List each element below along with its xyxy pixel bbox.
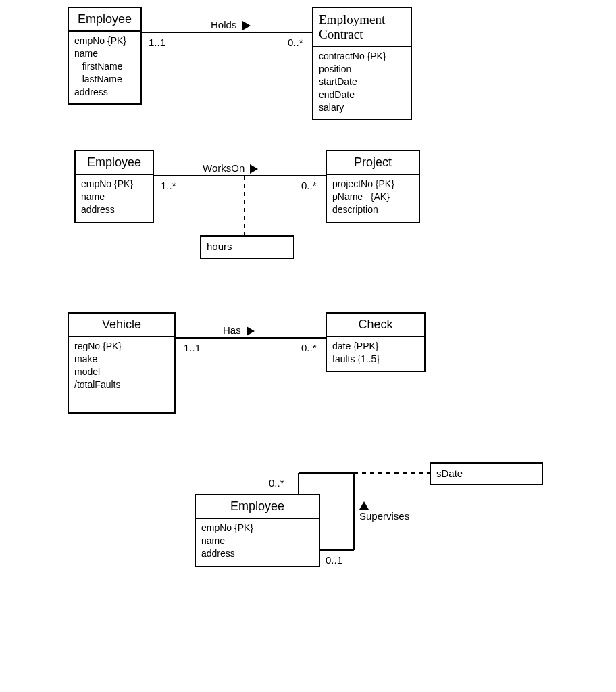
direction-arrow-icon: [359, 501, 369, 510]
association-attr: hours: [207, 241, 232, 252]
entity-employee-4: Employee empNo {PK} name address: [195, 494, 320, 567]
relationship-label-workson: WorksOn: [203, 162, 258, 174]
direction-arrow-icon: [242, 21, 251, 30]
entity-title: Employee: [196, 495, 319, 519]
association-class-hours: hours: [200, 235, 294, 260]
multiplicity-top: 0..*: [269, 477, 284, 489]
entity-project: Project projectNo {PK} pName {AK} descri…: [326, 150, 420, 223]
relationship-label-has: Has: [223, 324, 255, 336]
entity-attrs: date {PPK} faults {1..5}: [327, 337, 424, 371]
relationship-text: Holds: [211, 19, 236, 30]
entity-employee-1: Employee empNo {PK} name firstName lastN…: [68, 7, 142, 105]
relationship-label-supervises: Supervises: [359, 499, 409, 522]
multiplicity-left: 1..1: [184, 342, 201, 353]
direction-arrow-icon: [250, 164, 258, 174]
multiplicity-right: 0..*: [288, 36, 303, 48]
entity-attrs: empNo {PK} name address: [196, 519, 319, 566]
entity-attrs: empNo {PK} name firstName lastName addre…: [69, 32, 140, 103]
relationship-text: Has: [223, 324, 241, 336]
entity-title: Vehicle: [69, 314, 174, 337]
entity-title: Employment Contract: [313, 8, 411, 47]
entity-employment-contract: Employment Contract contractNo {PK} posi…: [312, 7, 412, 120]
multiplicity-left: 1..*: [161, 180, 176, 191]
multiplicity-right: 0..*: [301, 342, 317, 353]
multiplicity-bottom: 0..1: [326, 554, 342, 566]
relationship-text: WorksOn: [203, 162, 245, 174]
entity-employee-2: Employee empNo {PK} name address: [74, 150, 154, 223]
entity-vehicle: Vehicle regNo {PK} make model /totalFaul…: [68, 312, 176, 414]
direction-arrow-icon: [247, 326, 255, 336]
relationship-text: Supervises: [359, 510, 409, 522]
relationship-label-holds: Holds: [211, 19, 251, 30]
multiplicity-left: 1..1: [149, 36, 165, 48]
uml-diagram-canvas: Employee empNo {PK} name firstName lastN…: [0, 0, 616, 692]
entity-attrs: empNo {PK} name address: [76, 175, 153, 222]
entity-title: Employee: [69, 8, 140, 32]
entity-title: Employee: [76, 151, 153, 175]
association-attr: sDate: [436, 468, 463, 479]
entity-attrs: projectNo {PK} pName {AK} description: [327, 175, 419, 222]
entity-check: Check date {PPK} faults {1..5}: [326, 312, 426, 372]
association-class-sdate: sDate: [430, 462, 543, 485]
entity-title: Check: [327, 314, 424, 337]
entity-attrs: regNo {PK} make model /totalFaults: [69, 337, 174, 397]
multiplicity-right: 0..*: [301, 180, 317, 191]
entity-attrs: contractNo {PK} position startDate endDa…: [313, 47, 411, 119]
entity-title: Project: [327, 151, 419, 175]
